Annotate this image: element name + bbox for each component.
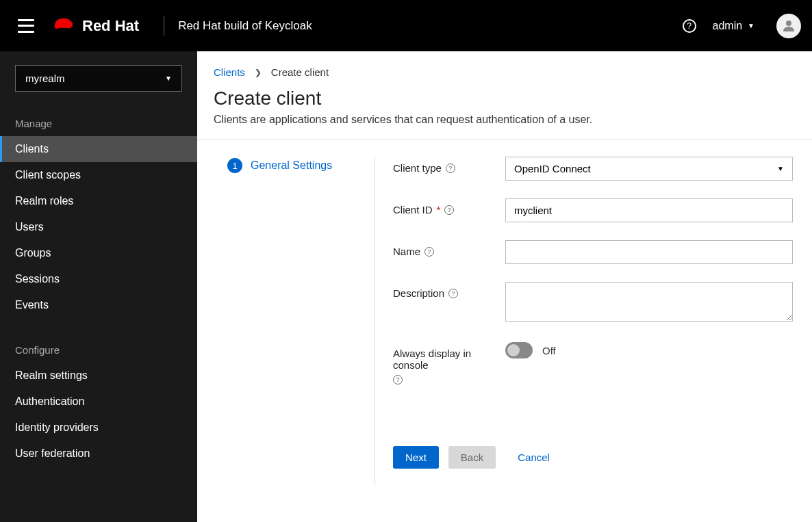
breadcrumb-parent[interactable]: Clients — [214, 66, 245, 78]
name-label: Name ? — [393, 240, 505, 257]
chevron-right-icon: ❯ — [255, 68, 262, 77]
sidebar-item-groups[interactable]: Groups — [0, 240, 197, 266]
sidebar-item-identity-providers[interactable]: Identity providers — [0, 415, 197, 441]
sidebar-item-user-federation[interactable]: User federation — [0, 441, 197, 467]
avatar-icon[interactable] — [776, 14, 801, 38]
info-icon[interactable]: ? — [393, 375, 403, 384]
sidebar-item-users[interactable]: Users — [0, 214, 197, 240]
svg-point-0 — [53, 27, 74, 32]
main-content: Clients ❯ Create client Create client Cl… — [197, 51, 812, 522]
next-button[interactable]: Next — [393, 446, 439, 469]
user-name: admin — [713, 20, 743, 32]
form-fields: Client type ? OpenID Connect ▼ Client ID… — [375, 157, 793, 485]
cancel-button[interactable]: Cancel — [505, 446, 562, 469]
info-icon[interactable]: ? — [446, 164, 455, 173]
realm-name: myrealm — [25, 73, 65, 84]
page-header: Create client Clients are applications a… — [197, 83, 812, 140]
client-id-input[interactable] — [505, 198, 793, 222]
sidebar-item-realm-settings[interactable]: Realm settings — [0, 363, 197, 389]
svg-point-1 — [786, 21, 791, 26]
sidebar: myrealm ▼ Manage Clients Client scopes R… — [0, 51, 197, 522]
client-type-select[interactable]: OpenID Connect ▼ — [505, 157, 793, 181]
sidebar-item-clients[interactable]: Clients — [0, 136, 197, 162]
wizard-steps: 1 General Settings — [214, 157, 375, 485]
sidebar-item-events[interactable]: Events — [0, 292, 197, 318]
info-icon[interactable]: ? — [444, 205, 454, 215]
step-number-badge: 1 — [227, 158, 242, 173]
page-title: Create client — [214, 88, 796, 109]
brand-logo[interactable]: Red Hat — [51, 16, 139, 36]
realm-selector[interactable]: myrealm ▼ — [15, 65, 182, 92]
name-input[interactable] — [505, 240, 793, 264]
brand-text: Red Hat — [82, 17, 139, 35]
breadcrumb-current: Create client — [271, 66, 329, 78]
help-icon[interactable]: ? — [683, 19, 696, 33]
caret-down-icon: ▼ — [748, 22, 754, 29]
product-name: Red Hat build of Keycloak — [178, 19, 312, 33]
wizard-step-general-settings[interactable]: 1 General Settings — [227, 158, 375, 173]
sidebar-item-sessions[interactable]: Sessions — [0, 266, 197, 292]
caret-down-icon: ▼ — [777, 165, 784, 172]
page-description: Clients are applications and services th… — [214, 114, 796, 126]
form-actions: Next Back Cancel — [393, 446, 793, 469]
description-textarea[interactable] — [505, 282, 793, 322]
always-display-toggle[interactable] — [505, 342, 533, 358]
client-id-label: Client ID * ? — [393, 198, 505, 216]
required-indicator: * — [437, 204, 441, 216]
breadcrumb: Clients ❯ Create client — [197, 51, 812, 83]
step-label: General Settings — [251, 159, 332, 172]
client-type-label: Client type ? — [393, 157, 505, 174]
nav-section-configure: Configure — [0, 335, 197, 363]
sidebar-item-authentication[interactable]: Authentication — [0, 389, 197, 415]
user-dropdown[interactable]: admin ▼ — [713, 20, 754, 32]
caret-down-icon: ▼ — [165, 75, 172, 82]
nav-section-manage: Manage — [0, 108, 197, 136]
info-icon[interactable]: ? — [448, 289, 458, 298]
header-divider — [164, 16, 164, 36]
client-type-value: OpenID Connect — [514, 163, 591, 174]
sidebar-item-realm-roles[interactable]: Realm roles — [0, 188, 197, 214]
hamburger-menu-icon[interactable] — [18, 19, 34, 33]
sidebar-item-client-scopes[interactable]: Client scopes — [0, 162, 197, 188]
toggle-state-label: Off — [542, 345, 556, 356]
info-icon[interactable]: ? — [424, 247, 434, 257]
back-button: Back — [448, 446, 496, 469]
description-label: Description ? — [393, 282, 505, 299]
redhat-icon — [51, 16, 77, 36]
always-display-label: Always display in console ? — [393, 342, 505, 384]
app-header: Red Hat Red Hat build of Keycloak ? admi… — [0, 0, 812, 51]
